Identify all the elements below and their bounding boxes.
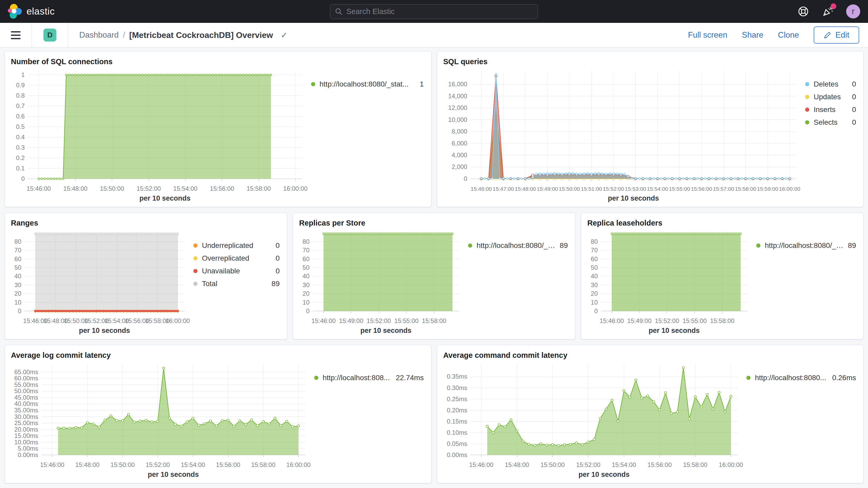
svg-text:15:46:00: 15:46:00 [27, 185, 51, 192]
legend-color-dot [193, 243, 197, 248]
svg-text:0: 0 [18, 307, 21, 314]
legend-value: 0 [852, 118, 856, 126]
legend-item: http://localhost:8080...0.26ms [746, 373, 856, 383]
svg-text:15:56:00: 15:56:00 [216, 461, 240, 468]
newsfeed-button[interactable] [822, 5, 834, 18]
legend-item: Updates0 [805, 92, 856, 102]
breadcrumb-separator: / [123, 30, 125, 40]
log-commit-latency-chart[interactable]: 15:46:0015:48:0015:50:0015:52:0015:54:00… [11, 361, 311, 481]
svg-text:10.00ms: 10.00ms [14, 439, 38, 446]
legend-item: Total89 [193, 279, 280, 289]
ranges-chart[interactable]: 15:46:0015:48:0015:50:0015:52:0015:54:00… [11, 228, 190, 337]
legend-label: Total [202, 280, 267, 288]
replicas-per-store-chart[interactable]: 15:46:0015:49:0015:52:0015:55:0015:58:00… [299, 228, 465, 337]
sql-queries-chart[interactable]: 15:46:0015:47:0015:48:0015:49:0015:50:00… [443, 67, 802, 205]
legend-value: 22.74ms [396, 374, 424, 382]
legend-value: 1 [420, 80, 424, 88]
svg-text:15:55:00: 15:55:00 [669, 186, 690, 192]
svg-text:15:50:00: 15:50:00 [559, 186, 580, 192]
svg-text:20.00ms: 20.00ms [14, 426, 38, 433]
panel-title: Ranges [11, 217, 281, 228]
breadcrumb-dashboard[interactable]: Dashboard [79, 30, 119, 40]
svg-text:15:54:00: 15:54:00 [612, 461, 636, 468]
svg-text:60.00ms: 60.00ms [14, 375, 38, 382]
share-button[interactable]: Share [742, 30, 764, 40]
chart-legend: http://localhost:808...22.74ms [311, 361, 425, 481]
svg-text:60: 60 [14, 255, 21, 263]
full-screen-button[interactable]: Full screen [688, 30, 727, 40]
checkmark-icon[interactable]: ✓ [281, 30, 287, 40]
svg-text:0: 0 [306, 307, 310, 314]
notification-dot [831, 3, 836, 9]
sql-connections-chart[interactable]: 15:46:0015:48:0015:50:0015:52:0015:54:00… [11, 67, 308, 205]
clone-button[interactable]: Clone [778, 30, 799, 40]
legend-value: 0 [276, 241, 280, 250]
panel-replicas-per-store: Replicas per Store 15:46:0015:49:0015:52… [292, 213, 576, 339]
svg-text:15:52:00: 15:52:00 [146, 461, 170, 468]
svg-text:15:46:00: 15:46:00 [471, 186, 492, 192]
legend-color-dot [746, 376, 750, 380]
svg-text:15:52:00: 15:52:00 [576, 461, 600, 468]
legend-label: Selects [814, 118, 847, 126]
svg-text:0.35ms: 0.35ms [447, 373, 467, 380]
svg-text:15:52:00: 15:52:00 [137, 185, 161, 192]
svg-text:15:58:00: 15:58:00 [422, 317, 446, 324]
svg-text:15:48:00: 15:48:00 [515, 186, 536, 192]
chart-legend: http://localhost:8080...0.26ms [743, 361, 857, 481]
legend-value: 0 [852, 93, 856, 101]
search-icon [335, 8, 343, 16]
legend-item: http://localhost:808...22.74ms [314, 373, 424, 383]
legend-color-dot [805, 108, 809, 112]
elastic-logo[interactable]: elastic [8, 3, 55, 20]
space-switcher[interactable]: D [43, 29, 56, 41]
global-search[interactable] [330, 4, 538, 19]
svg-text:15.00ms: 15.00ms [14, 432, 38, 439]
user-avatar[interactable]: r [846, 4, 860, 19]
legend-color-dot [193, 282, 197, 286]
panel-title: Number of SQL connections [11, 56, 425, 67]
panel-log-commit-latency: Average log commit latency 15:46:0015:48… [4, 345, 431, 483]
legend-color-dot [193, 269, 197, 273]
legend-color-dot [756, 243, 761, 248]
replica-leaseholders-chart[interactable]: 15:46:0015:49:0015:52:0015:55:0015:58:00… [587, 228, 753, 337]
svg-text:55.00ms: 55.00ms [14, 381, 38, 388]
svg-text:15:59:00: 15:59:00 [757, 186, 778, 192]
edit-button[interactable]: Edit [814, 27, 859, 44]
svg-text:60: 60 [591, 255, 598, 263]
svg-text:15:47:00: 15:47:00 [493, 186, 514, 192]
svg-text:15:57:00: 15:57:00 [713, 186, 734, 192]
legend-color-dot [468, 243, 472, 248]
command-commit-latency-chart[interactable]: 15:46:0015:48:0015:50:0015:52:0015:54:00… [443, 361, 744, 481]
search-input[interactable] [346, 7, 533, 16]
svg-text:40: 40 [14, 273, 21, 280]
logo-wordmark: elastic [27, 6, 55, 17]
svg-text:15:46:00: 15:46:00 [599, 317, 624, 324]
svg-text:15:52:00: 15:52:00 [367, 317, 391, 324]
svg-text:10: 10 [303, 299, 310, 306]
edit-button-label: Edit [836, 30, 849, 40]
legend-value: 89 [272, 280, 280, 288]
svg-text:15:54:00: 15:54:00 [181, 461, 205, 468]
svg-text:15:50:00: 15:50:00 [100, 185, 124, 192]
svg-text:16:00:00: 16:00:00 [719, 461, 743, 468]
svg-text:50: 50 [14, 264, 21, 271]
help-button[interactable] [797, 5, 809, 18]
svg-text:15:46:00: 15:46:00 [40, 461, 64, 468]
legend-value: 0 [852, 80, 856, 88]
svg-text:0.15ms: 0.15ms [447, 418, 467, 425]
svg-text:15:58:00: 15:58:00 [247, 185, 271, 192]
chart-legend: http://localhost:8080/_sta...89 [753, 228, 857, 337]
dashboard-grid: Number of SQL connections 15:46:0015:48:… [0, 48, 868, 483]
svg-text:30: 30 [303, 281, 310, 288]
svg-text:15:50:00: 15:50:00 [540, 461, 564, 468]
svg-text:40.00ms: 40.00ms [14, 400, 38, 407]
svg-text:10: 10 [14, 299, 21, 306]
life-ring-icon [798, 6, 809, 17]
breadcrumb-toolbar: D Dashboard / [Metricbeat CockroachDB] O… [0, 23, 868, 48]
legend-label: Unavailable [202, 267, 271, 275]
svg-text:30: 30 [14, 281, 21, 288]
chart-legend: Deletes0Updates0Inserts0Selects0 [802, 67, 857, 205]
svg-text:80: 80 [303, 238, 310, 245]
menu-button[interactable] [11, 31, 21, 39]
svg-text:15:55:00: 15:55:00 [394, 317, 418, 324]
